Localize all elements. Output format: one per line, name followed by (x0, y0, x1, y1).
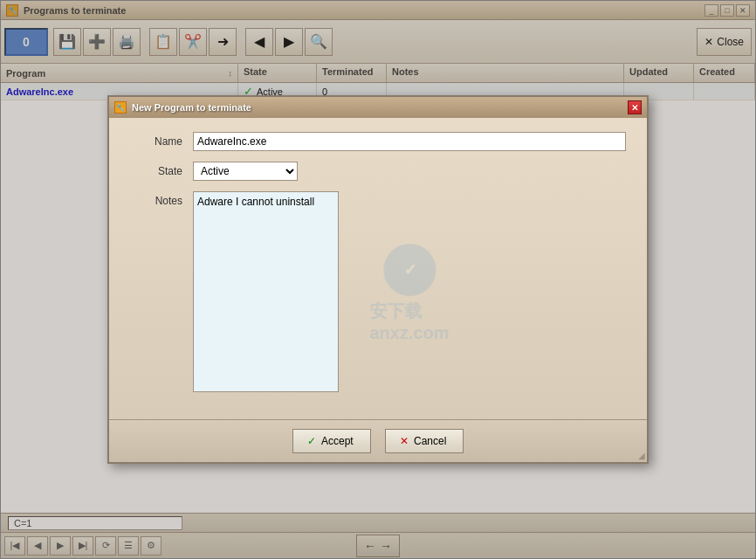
notes-wrapper: Adware I cannot uninstall ✓ 安下载anxz.com (193, 191, 626, 395)
accept-button[interactable]: ✓ Accept (292, 429, 371, 453)
modal-overlay: 🔧 New Program to terminate ✕ Name State … (1, 1, 755, 558)
accept-icon: ✓ (307, 435, 316, 447)
cancel-button[interactable]: ✕ Cancel (385, 429, 464, 453)
state-select[interactable]: Active Inactive Pending (193, 162, 298, 181)
main-window: 🔧 Programs to terminate _ □ ✕ 0 💾 ➕ 🖨️ 📋… (0, 0, 756, 559)
watermark-text: 安下载anxz.com (369, 300, 449, 343)
modal-title-left: 🔧 New Program to terminate (114, 101, 251, 114)
state-label: State (130, 165, 182, 177)
cancel-icon: ✕ (400, 435, 409, 447)
resize-handle[interactable]: ◢ (638, 451, 645, 460)
notes-row: Notes Adware I cannot uninstall ✓ 安下载anx… (130, 191, 626, 395)
modal-title-bar: 🔧 New Program to terminate ✕ (109, 97, 647, 118)
state-row: State Active Inactive Pending (130, 162, 626, 181)
accept-label: Accept (321, 435, 354, 447)
notes-textarea[interactable]: Adware I cannot uninstall (193, 191, 339, 392)
watermark-icon: ✓ (383, 244, 436, 296)
modal-body: Name State Active Inactive Pending Notes (109, 118, 647, 419)
name-input[interactable] (193, 132, 626, 151)
name-row: Name (130, 132, 626, 151)
cancel-label: Cancel (414, 435, 446, 447)
svg-point-0 (395, 256, 423, 284)
modal-dialog: 🔧 New Program to terminate ✕ Name State … (107, 95, 649, 464)
modal-close-button[interactable]: ✕ (628, 100, 642, 114)
modal-title: New Program to terminate (132, 102, 251, 113)
svg-text:✓: ✓ (403, 261, 416, 279)
notes-label: Notes (130, 195, 182, 207)
name-label: Name (130, 135, 182, 148)
watermark: ✓ 安下载anxz.com (369, 244, 449, 343)
modal-footer: ✓ Accept ✕ Cancel (109, 419, 647, 462)
modal-icon: 🔧 (114, 101, 127, 114)
